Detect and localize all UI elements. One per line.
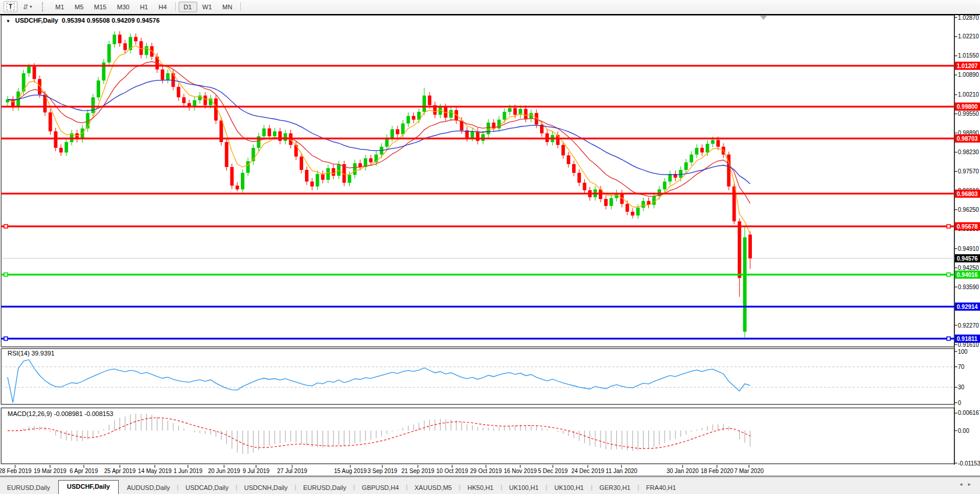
price-level-badge-label: 0.91811 <box>957 336 978 342</box>
text-label-tool-button[interactable]: T <box>3 1 17 12</box>
toolbar-separator <box>240 2 241 11</box>
price-level-badge-label: 0.94016 <box>957 272 978 278</box>
macd-tick-label: 0.006167 <box>958 410 980 416</box>
chart-tab-usdchf-daily-active[interactable]: USDCHF,Daily <box>58 480 119 494</box>
timeframe-toolbar: M1M5M15M30H1H4D1W1MN <box>50 2 244 12</box>
price-tick-label: 0.92270 <box>958 322 979 329</box>
main-panel <box>1 15 954 347</box>
chart-tab-uk100-h1[interactable]: UK100,H1 <box>547 482 591 494</box>
chart-tab-bar: EURUSD,DailyUSDCHF,DailyAUDUSD,Daily|USD… <box>0 477 980 494</box>
price-tick-label: 1.00890 <box>958 72 979 78</box>
timeframe-button-m5[interactable]: M5 <box>69 2 88 12</box>
price-tick-label: 0.96250 <box>958 207 979 213</box>
price-level-badge-label: 0.92914 <box>957 304 978 310</box>
timeframe-button-h4[interactable]: H4 <box>153 2 172 12</box>
date-tick-label: 24 Dec 2019 <box>571 468 605 474</box>
chart-tab-xauusd-m5[interactable]: XAUUSD,M5 <box>407 482 459 494</box>
date-tick-label: 7 Mar 2020 <box>734 468 764 474</box>
top-toolbar: T ⇵ ▾ M1M5M15M30H1H4D1W1MN <box>0 0 980 13</box>
price-tick-label: 1.02870 <box>958 15 979 21</box>
chart-tab-eurusd-daily[interactable]: EURUSD,Daily <box>296 482 353 494</box>
line-drag-handle <box>4 273 8 276</box>
chart-panels <box>0 14 980 476</box>
line-drag-handle <box>4 225 8 228</box>
date-tick-label: 25 Apr 2019 <box>104 468 136 474</box>
chart-tab-usdcad-daily[interactable]: USDCAD,Daily <box>179 482 236 494</box>
price-level-badge-label: 1.01207 <box>957 63 978 69</box>
scroll-left-icon: ◂ <box>960 481 968 487</box>
date-tick-label: 28 Feb 2019 <box>0 468 32 474</box>
chart-top-border <box>0 14 980 15</box>
date-tick-label: 29 Oct 2019 <box>470 468 502 474</box>
rsi-tick-label: 30 <box>958 384 965 390</box>
date-tick-label: 15 Aug 2019 <box>334 468 367 474</box>
date-tick-label: 9 Jul 2019 <box>243 468 270 474</box>
price-tick-label: 1.01550 <box>958 52 979 59</box>
chart-tab-ger30-h1[interactable]: GER30,H1 <box>592 482 637 494</box>
macd-tick-label: 0.00 <box>958 428 970 434</box>
chart-tab-uk100-h1[interactable]: UK100,H1 <box>502 482 546 494</box>
chart-tab-hk50-h1[interactable]: HK50,H1 <box>460 482 500 494</box>
date-tick-label: 10 Oct 2019 <box>436 468 468 474</box>
date-tick-label: 3 Sep 2019 <box>367 468 397 474</box>
date-axis: 28 Feb 201919 Mar 20196 Apr 201925 Apr 2… <box>0 465 764 474</box>
date-tick-label: 30 Jan 2020 <box>666 468 698 474</box>
toolbar-grip <box>42 2 45 12</box>
date-tick-label: 14 May 2019 <box>138 468 172 474</box>
date-tick-label: 21 Sep 2019 <box>402 468 435 474</box>
chart-tab-eurusd-daily[interactable]: EURUSD,Daily <box>0 482 57 494</box>
tab-scroll-arrows[interactable]: ◂▸ <box>960 481 977 487</box>
text-tool-icon: T <box>6 3 15 10</box>
price-level-badge-label: 0.99800 <box>957 104 978 110</box>
price-tick-label: 1.02210 <box>958 33 979 40</box>
price-tick-label: 0.94250 <box>958 265 979 271</box>
timeframe-button-m15[interactable]: M15 <box>89 2 112 12</box>
price-tick-label: 0.98230 <box>958 149 979 155</box>
date-tick-label: 5 Dec 2019 <box>538 468 568 474</box>
chart-tab-usdcnh-daily[interactable]: USDCNH,Daily <box>237 482 295 494</box>
line-drag-handle <box>947 273 950 276</box>
current-price-badge-label: 0.94576 <box>957 255 978 262</box>
chart-tab-audusd-daily[interactable]: AUDUSD,Daily <box>120 482 177 494</box>
price-level-badge-label: 0.95678 <box>957 223 978 230</box>
chevron-down-icon: ▾ <box>30 4 32 9</box>
timeframe-button-m30[interactable]: M30 <box>112 2 134 12</box>
line-drag-handle <box>4 337 8 340</box>
rsi-tick-label: 100 <box>958 349 968 355</box>
price-tick-label: 0.99550 <box>958 111 979 117</box>
macd-panel <box>1 408 954 464</box>
scroll-right-icon: ▸ <box>968 481 977 487</box>
timeframe-button-w1[interactable]: W1 <box>197 2 218 12</box>
timeframe-button-h1[interactable]: H1 <box>134 2 153 12</box>
timeframe-button-d1[interactable]: D1 <box>179 2 197 12</box>
price-tick-label: 0.93590 <box>958 284 979 290</box>
arrange-charts-button[interactable]: ⇵ ▾ <box>19 1 36 12</box>
line-drag-handle <box>947 225 950 228</box>
price-chart[interactable]: 1.028701.022101.015501.008901.002100.995… <box>0 14 980 477</box>
price-tick-label: 1.00210 <box>958 91 979 98</box>
price-tick-label: 0.94910 <box>958 246 979 252</box>
terminal-window: T ⇵ ▾ M1M5M15M30H1H4D1W1MN ▼ USDCHF,Dail… <box>0 0 980 494</box>
chart-tab-fra40-h1[interactable]: FRA40,H1 <box>639 482 683 494</box>
price-level-badge-label: 0.96803 <box>957 191 978 197</box>
line-drag-handle <box>947 337 950 340</box>
date-tick-label: 27 Jul 2019 <box>277 468 307 474</box>
date-tick-label: 18 Feb 2020 <box>701 468 734 474</box>
rsi-tick-label: 0 <box>958 400 961 406</box>
toolbar-separator <box>175 2 176 11</box>
price-tick-label: 0.97570 <box>958 168 979 175</box>
rsi-tick-label: 70 <box>958 364 965 370</box>
arrange-icon: ⇵ <box>23 3 29 11</box>
date-tick-label: 1 Jun 2019 <box>173 468 203 474</box>
timeframe-button-m1[interactable]: M1 <box>50 2 69 12</box>
price-level-badge-label: 0.98703 <box>957 136 978 142</box>
timeframe-button-mn[interactable]: MN <box>217 2 237 12</box>
date-tick-label: 6 Apr 2019 <box>70 468 98 474</box>
macd-tick-label: -0.011531 <box>958 460 980 467</box>
chart-tab-gbpusd-h4[interactable]: GBPUSD,H4 <box>355 482 406 494</box>
rsi-panel <box>1 349 954 404</box>
date-tick-label: 20 Jun 2019 <box>208 468 240 474</box>
date-tick-label: 11 Jan 2020 <box>606 468 638 474</box>
date-tick-label: 19 Mar 2019 <box>34 468 67 474</box>
date-tick-label: 16 Nov 2019 <box>504 468 537 474</box>
